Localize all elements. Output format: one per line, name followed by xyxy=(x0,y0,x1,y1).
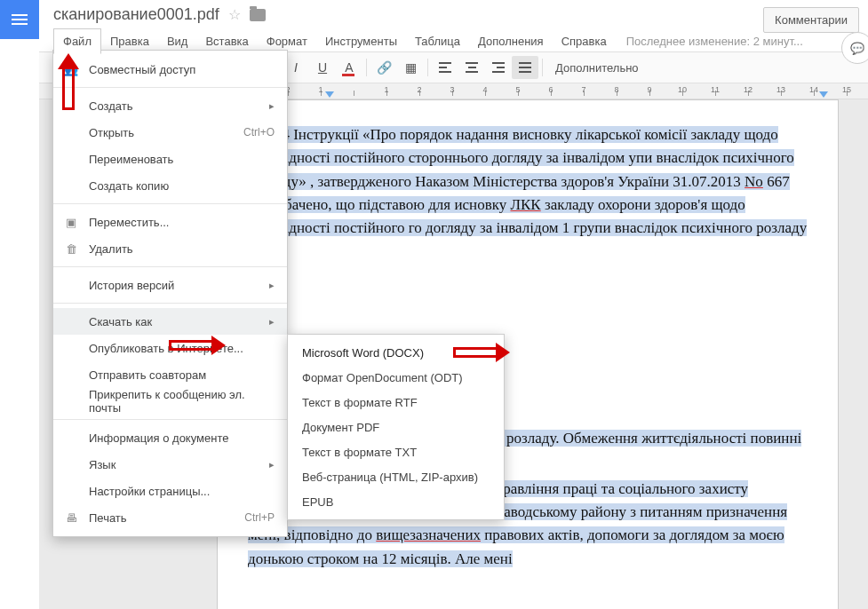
ruler-number: 15 xyxy=(842,85,851,94)
separator xyxy=(427,59,428,76)
main-menu-button[interactable] xyxy=(0,0,39,39)
ruler-number: 1 xyxy=(318,85,323,94)
ruler-number: 8 xyxy=(614,85,618,94)
menu-item-version-history[interactable]: История версий▸ xyxy=(53,272,287,298)
folder-icon: ▣ xyxy=(63,214,79,230)
menu-addons[interactable]: Дополнения xyxy=(469,29,553,53)
menu-item-email-attachment[interactable]: Прикрепить к сообщению эл. почты xyxy=(53,388,287,415)
shortcut-label: Ctrl+P xyxy=(244,511,275,524)
print-icon: 🖶 xyxy=(63,510,79,526)
ruler-number: 1 xyxy=(384,85,388,94)
left-gutter xyxy=(0,39,39,609)
menu-item-delete[interactable]: 🗑 Удалить xyxy=(53,235,287,262)
menu-file[interactable]: Файл xyxy=(53,28,101,54)
underlined-text[interactable]: ЛКК xyxy=(510,196,540,213)
menu-item-new[interactable]: Создать▸ xyxy=(53,92,287,119)
menu-item-download-as[interactable]: Скачать как▸ xyxy=(53,308,287,335)
submenu-item-rtf[interactable]: Текст в формате RTF xyxy=(288,390,504,415)
menu-separator xyxy=(53,419,287,420)
menu-item-doc-info[interactable]: Информация о документе xyxy=(53,424,287,451)
submenu-arrow-icon: ▸ xyxy=(269,459,275,471)
add-comment-bubble[interactable]: 💬 xyxy=(841,32,868,64)
menu-separator xyxy=(53,266,287,267)
menu-item-share[interactable]: 👥 Совместный доступ xyxy=(53,56,287,83)
ruler-number: 4 xyxy=(482,85,487,94)
annotation-arrow-up xyxy=(62,53,79,110)
text-color-button[interactable]: A xyxy=(336,56,362,79)
body-text[interactable]: ктом 4 Інструкції «Про порядок надання в… xyxy=(248,126,794,190)
align-center-button[interactable] xyxy=(458,56,485,79)
trash-icon: 🗑 xyxy=(63,241,79,257)
submenu-arrow-icon: ▸ xyxy=(269,316,275,328)
ruler-number: 3 xyxy=(450,85,454,94)
separator xyxy=(542,59,543,76)
shortcut-label: Ctrl+O xyxy=(243,126,275,138)
menu-item-print[interactable]: 🖶 ПечатьCtrl+P xyxy=(53,504,287,531)
last-edit-label[interactable]: Последнее изменение: 2 минут... xyxy=(626,35,803,48)
link-icon[interactable]: 🔗 xyxy=(370,56,397,79)
menu-item-make-copy[interactable]: Создать копию xyxy=(53,172,287,199)
submenu-item-pdf[interactable]: Документ PDF xyxy=(288,415,504,439)
folder-icon[interactable] xyxy=(250,9,266,21)
ruler-number: 7 xyxy=(581,85,585,94)
menu-item-move[interactable]: ▣ Переместить... xyxy=(53,209,287,235)
comment-insert-icon[interactable]: ▦ xyxy=(397,56,424,79)
align-right-button[interactable] xyxy=(485,56,512,79)
menu-separator xyxy=(53,87,287,88)
submenu-item-odt[interactable]: Формат OpenDocument (ODT) xyxy=(288,365,504,390)
menu-separator xyxy=(53,303,287,304)
annotation-arrow-right xyxy=(169,336,226,355)
ruler-number: 12 xyxy=(744,85,753,94)
submenu-arrow-icon: ▸ xyxy=(269,100,275,112)
menu-item-page-setup[interactable]: Настройки страницы... xyxy=(53,478,287,504)
submenu-item-html[interactable]: Веб-страница (HTML, ZIP-архив) xyxy=(288,464,504,489)
file-menu-dropdown: 👥 Совместный доступ Создать▸ ОткрытьCtrl… xyxy=(52,50,288,537)
submenu-arrow-icon: ▸ xyxy=(269,280,275,291)
document-title[interactable]: сканирование0001.pdf xyxy=(53,5,219,24)
ruler-number: 14 xyxy=(809,85,818,94)
align-left-button[interactable] xyxy=(432,56,458,79)
align-justify-button[interactable] xyxy=(512,56,538,79)
menu-separator xyxy=(53,203,287,204)
ruler-number: 10 xyxy=(678,85,687,94)
annotation-arrow-right xyxy=(453,343,510,362)
menu-item-language[interactable]: Язык▸ xyxy=(53,451,287,478)
toolbar-more[interactable]: Дополнительно xyxy=(546,61,648,75)
menu-item-email-collaborators[interactable]: Отправить соавторам xyxy=(53,361,287,388)
ruler-number: 6 xyxy=(548,85,553,94)
menu-tools[interactable]: Инструменты xyxy=(316,29,406,53)
underline-button[interactable]: U xyxy=(309,56,336,79)
submenu-item-txt[interactable]: Текст в формате TXT xyxy=(288,439,504,464)
separator xyxy=(366,59,367,76)
ruler-number: 2 xyxy=(417,85,421,94)
ruler-number: 11 xyxy=(711,85,720,94)
ruler-number: 5 xyxy=(515,85,520,94)
menu-table[interactable]: Таблица xyxy=(406,29,469,53)
ruler-number: 9 xyxy=(647,85,651,94)
star-icon[interactable]: ☆ xyxy=(228,6,241,23)
underlined-text[interactable]: вищезазначених xyxy=(376,526,481,543)
menu-item-rename[interactable]: Переименовать xyxy=(53,146,287,172)
submenu-item-epub[interactable]: EPUB xyxy=(288,489,504,514)
menu-item-open[interactable]: ОткрытьCtrl+O xyxy=(53,119,287,146)
menu-help[interactable]: Справка xyxy=(553,29,616,53)
ruler-number: 13 xyxy=(776,85,785,94)
underlined-text[interactable]: No xyxy=(745,173,763,190)
